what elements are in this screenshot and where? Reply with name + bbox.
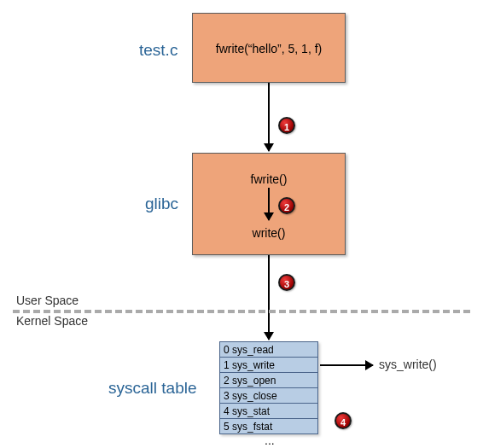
sys-row-1: 1 sys_write [219,357,318,373]
glibc-write: write() [193,226,345,240]
sys-row-4: 4 sys_stat [219,403,318,419]
sys-row-5: 5 sys_fstat [219,418,318,434]
sys-row-3: 3 sys_close [219,387,318,404]
space-boundary [13,310,470,313]
arrow-2 [268,188,270,220]
badge-3: 3 [278,274,295,291]
sys-row-2: 2 sys_open [219,372,318,388]
testc-content: fwrite(“hello”, 5, 1, f) [193,42,345,55]
arrow-3 [268,255,270,340]
badge-4: 4 [335,412,352,429]
ellipsis: ... [265,433,275,447]
box-testc: fwrite(“hello”, 5, 1, f) [192,13,346,83]
arrow-1 [268,83,270,151]
label-glibc: glibc [145,195,178,213]
label-user-space: User Space [16,294,79,307]
badge-2: 2 [278,197,295,214]
label-syscall-table: syscall table [108,379,197,398]
syscall-table: 0 sys_read 1 sys_write 2 sys_open 3 sys_… [219,341,318,434]
sys-row-0: 0 sys_read [219,341,318,358]
glibc-fwrite: fwrite() [193,172,345,186]
label-testc: test.c [139,41,177,60]
badge-1: 1 [278,117,295,134]
arrow-sys-write [320,364,373,366]
label-sys-write-fn: sys_write() [379,358,437,371]
label-kernel-space: Kernel Space [16,314,88,328]
